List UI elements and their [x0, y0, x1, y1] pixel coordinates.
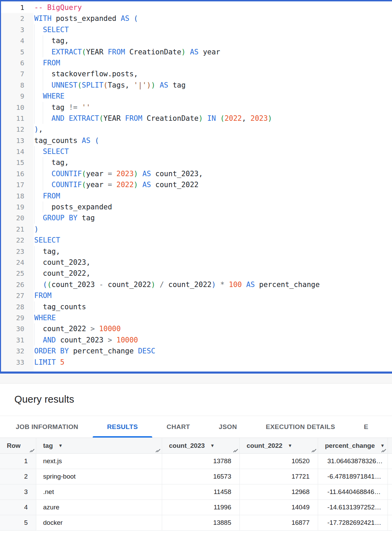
column-resize-handle[interactable]: [29, 448, 35, 453]
code-line[interactable]: 13tag_counts AS (: [1, 135, 392, 146]
cell-row-index[interactable]: 3: [0, 484, 36, 499]
table-row[interactable]: 4azure1199614049-14.6131397252…: [0, 500, 392, 515]
table-row[interactable]: 5docker1388516877-17.7282692421…: [0, 515, 392, 531]
tab-results[interactable]: RESULTS: [93, 416, 152, 438]
code-line[interactable]: 1-- BigQuery: [1, 2, 392, 13]
code-line[interactable]: 19 posts_expanded: [1, 202, 392, 212]
line-number: 25: [1, 268, 34, 279]
column-header-count_2022[interactable]: count_2022▼: [240, 438, 318, 453]
cell-count-2022[interactable]: 17721: [240, 469, 318, 484]
code-line[interactable]: 7 stackoverflow.posts,: [1, 68, 392, 79]
cell-count-2023[interactable]: 13788: [162, 454, 240, 469]
tab-chart[interactable]: CHART: [152, 416, 205, 438]
tab-execution-graph-partial[interactable]: E: [350, 416, 383, 438]
code-line-text: AND count_2023 > 10000: [34, 335, 392, 346]
column-resize-handle[interactable]: [381, 448, 387, 453]
tab-job-information[interactable]: JOB INFORMATION: [1, 416, 93, 438]
cell-count-2022[interactable]: 14049: [240, 500, 318, 515]
code-line[interactable]: 25 count_2022,: [1, 268, 392, 279]
column-header-row[interactable]: Row: [0, 438, 36, 453]
cell-row-index[interactable]: 2: [0, 469, 36, 484]
code-line[interactable]: 30 count_2022 > 10000: [1, 323, 392, 334]
cell-row-index[interactable]: 5: [0, 515, 36, 530]
code-line[interactable]: 24 count_2023,: [1, 257, 392, 268]
column-header-count_2023[interactable]: count_2023▼: [162, 438, 240, 453]
sort-dropdown-icon[interactable]: ▼: [288, 443, 292, 448]
column-resize-handle[interactable]: [155, 448, 161, 453]
cell-count-2023[interactable]: 13885: [162, 515, 240, 530]
code-line[interactable]: 10 tag != '': [1, 102, 392, 113]
sort-dropdown-icon[interactable]: ▼: [380, 443, 385, 448]
code-line-text: COUNTIF(year = 2023) AS count_2023,: [34, 168, 392, 179]
code-line[interactable]: 17 COUNTIF(year = 2022) AS count_2022: [1, 179, 392, 190]
cell-count-2023[interactable]: 16573: [162, 469, 240, 484]
code-line[interactable]: 4 tag,: [1, 35, 392, 46]
table-row[interactable]: 1next.js137881052031.06463878326…: [0, 454, 392, 469]
line-number: 11: [1, 113, 34, 124]
code-line[interactable]: 14 SELECT: [1, 146, 392, 157]
column-header-label: count_2023: [169, 442, 205, 450]
code-line[interactable]: 20 GROUP BY tag: [1, 212, 392, 223]
code-line[interactable]: 28 tag_counts: [1, 301, 392, 312]
tab-execution-details[interactable]: EXECUTION DETAILS: [251, 416, 350, 438]
indent-guide: [43, 68, 43, 79]
indent-guide: [34, 191, 35, 202]
tab-json[interactable]: JSON: [205, 416, 251, 438]
code-line[interactable]: 32ORDER BY percent_change DESC: [1, 346, 392, 356]
code-line[interactable]: 29WHERE: [1, 312, 392, 323]
table-row[interactable]: 3.net1145812968-11.6440468846…: [0, 484, 392, 500]
column-header-label: count_2022: [247, 442, 283, 450]
code-line[interactable]: 12),: [1, 124, 392, 135]
column-header-percent_change[interactable]: percent_change▼: [318, 438, 388, 453]
code-line[interactable]: 6 FROM: [1, 57, 392, 68]
cell-tag[interactable]: next.js: [36, 454, 162, 469]
code-line[interactable]: 16 COUNTIF(year = 2023) AS count_2023,: [1, 168, 392, 179]
code-line-text: tag_counts: [34, 301, 392, 312]
cell-count-2023[interactable]: 11458: [162, 484, 240, 499]
cell-count-2022[interactable]: 12968: [240, 484, 318, 499]
code-line[interactable]: 21): [1, 224, 392, 235]
cell-tag[interactable]: spring-boot: [36, 469, 162, 484]
cell-row-index[interactable]: 1: [0, 454, 36, 469]
code-line-text: ((count_2023 - count_2022) / count_2022)…: [34, 279, 392, 290]
sort-dropdown-icon[interactable]: ▼: [58, 443, 63, 448]
cell-percent-change[interactable]: -17.7282692421…: [318, 515, 388, 530]
code-line[interactable]: 8 UNNEST(SPLIT(Tags, '|')) AS tag: [1, 80, 392, 91]
code-line[interactable]: 26 ((count_2023 - count_2022) / count_20…: [1, 279, 392, 290]
panel-divider-band: [0, 374, 392, 384]
column-resize-handle[interactable]: [233, 448, 239, 453]
cell-percent-change[interactable]: 31.06463878326…: [318, 454, 388, 469]
code-line[interactable]: 23 tag,: [1, 246, 392, 257]
cell-filler: [388, 454, 392, 469]
sql-editor[interactable]: 1-- BigQuery2WITH posts_expanded AS (3 S…: [0, 0, 392, 374]
code-line[interactable]: 27FROM: [1, 290, 392, 301]
cell-percent-change[interactable]: -6.47818971841…: [318, 469, 388, 484]
sort-dropdown-icon[interactable]: ▼: [210, 443, 215, 448]
code-line[interactable]: 11 AND EXTRACT(YEAR FROM CreationDate) I…: [1, 113, 392, 124]
code-line[interactable]: 15 tag,: [1, 157, 392, 168]
sql-code: 1-- BigQuery2WITH posts_expanded AS (3 S…: [1, 1, 392, 368]
cell-count-2022[interactable]: 10520: [240, 454, 318, 469]
code-line[interactable]: 9 WHERE: [1, 91, 392, 102]
cell-tag[interactable]: docker: [36, 515, 162, 530]
cell-percent-change[interactable]: -11.6440468846…: [318, 484, 388, 499]
code-line[interactable]: 18 FROM: [1, 191, 392, 202]
code-line[interactable]: 31 AND count_2023 > 10000: [1, 335, 392, 346]
code-line[interactable]: 33LIMIT 5: [1, 357, 392, 368]
indent-guide: [34, 202, 35, 212]
cell-tag[interactable]: azure: [36, 500, 162, 515]
code-line[interactable]: 3 SELECT: [1, 24, 392, 35]
cell-count-2023[interactable]: 11996: [162, 500, 240, 515]
column-header-tag[interactable]: tag▼: [36, 438, 162, 453]
cell-tag[interactable]: .net: [36, 484, 162, 499]
cell-percent-change[interactable]: -14.6131397252…: [318, 500, 388, 515]
cell-count-2022[interactable]: 16877: [240, 515, 318, 530]
cell-row-index[interactable]: 4: [0, 500, 36, 515]
table-row[interactable]: 2spring-boot1657317721-6.47818971841…: [0, 469, 392, 484]
code-line[interactable]: 5 EXTRACT(YEAR FROM CreationDate) AS yea…: [1, 47, 392, 57]
indent-guide: [34, 80, 35, 91]
code-line[interactable]: 22SELECT: [1, 235, 392, 246]
column-resize-handle[interactable]: [311, 448, 317, 453]
code-line[interactable]: 2WITH posts_expanded AS (: [1, 13, 392, 24]
indent-guide: [34, 257, 35, 268]
